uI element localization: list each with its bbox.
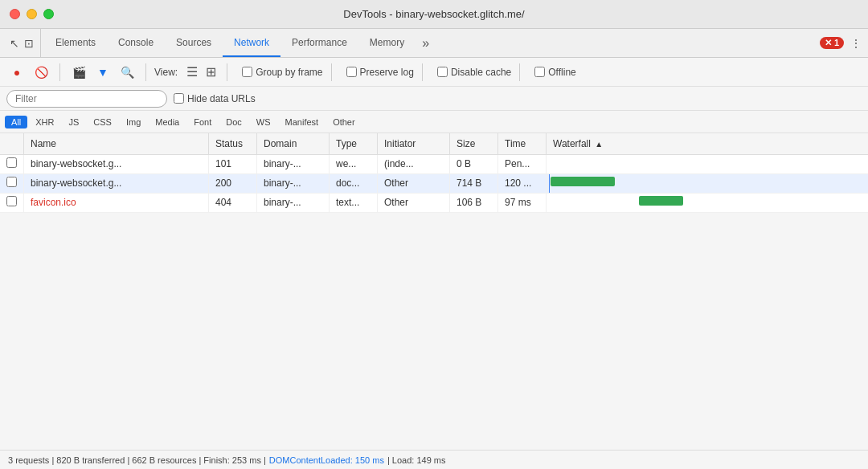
row-checkbox[interactable] (6, 177, 17, 187)
table-row[interactable]: binary-websocket.g...101binary-...we...(… (0, 154, 868, 173)
tab-performance[interactable]: Performance (280, 29, 358, 57)
waterfall-timeline-line (549, 174, 550, 193)
filter-input[interactable] (6, 90, 167, 108)
more-tabs-button[interactable]: » (416, 29, 436, 57)
disable-cache-checkbox[interactable] (437, 67, 448, 77)
hide-data-urls-checkbox[interactable] (174, 93, 184, 104)
type-filter-media[interactable]: Media (149, 116, 186, 128)
tab-memory[interactable]: Memory (358, 29, 416, 57)
preview-view-icon: ⊞ (206, 65, 216, 79)
search-button[interactable]: 🔍 (117, 62, 137, 83)
type-filter-css[interactable]: CSS (87, 116, 118, 128)
cell-initiator: Other (378, 173, 450, 193)
group-by-frame-label[interactable]: Group by frame (256, 67, 322, 78)
screenshot-button[interactable]: 🎬 (68, 62, 89, 83)
type-filter-font[interactable]: Font (187, 116, 218, 128)
header-name[interactable]: Name (24, 133, 209, 154)
offline-group: Offline (534, 67, 575, 78)
row-checkbox[interactable] (6, 196, 17, 206)
table-row[interactable]: binary-websocket.g...200binary-...doc...… (0, 173, 868, 193)
type-filter-doc[interactable]: Doc (219, 116, 248, 128)
toolbar-divider-2 (145, 63, 146, 81)
preserve-log-checkbox[interactable] (346, 67, 357, 77)
filter-bar: Hide data URLs (0, 87, 868, 111)
preserve-log-group: Preserve log (346, 67, 414, 78)
type-filter-manifest[interactable]: Manifest (279, 116, 326, 128)
cell-waterfall (547, 193, 869, 212)
hide-data-urls-label[interactable]: Hide data URLs (187, 93, 256, 104)
error-icon: ✕ (825, 38, 832, 47)
cell-type: we... (330, 154, 378, 173)
toolbar-divider-1 (59, 63, 60, 81)
dom-content-loaded-link[interactable]: DOMContentLoaded: 150 ms (269, 455, 384, 465)
cell-size: 0 B (450, 154, 498, 173)
header-size[interactable]: Size (450, 133, 498, 154)
header-time[interactable]: Time (498, 133, 547, 154)
cell-type: text... (330, 193, 378, 212)
cell-initiator: (inde... (378, 154, 450, 173)
traffic-lights (10, 9, 54, 19)
header-status[interactable]: Status (209, 133, 257, 154)
group-by-frame-checkbox[interactable] (242, 67, 252, 77)
cell-status: 101 (209, 154, 257, 173)
type-filter-all[interactable]: All (5, 116, 27, 128)
type-filter-js[interactable]: JS (62, 116, 85, 128)
clear-button[interactable]: 🚫 (31, 62, 51, 83)
tab-network[interactable]: Network (223, 29, 280, 57)
hide-data-urls-group[interactable]: Hide data URLs (174, 93, 256, 104)
cell-domain: binary-... (257, 154, 330, 173)
cell-domain: binary-... (257, 193, 330, 212)
cell-time: 120 ... (498, 173, 547, 193)
header-waterfall[interactable]: Waterfall ▲ (547, 133, 869, 154)
header-type[interactable]: Type (330, 133, 378, 154)
preserve-log-label[interactable]: Preserve log (360, 67, 414, 78)
table-header-row: Name Status Domain Type Initiator Size T… (0, 133, 868, 154)
device-icon[interactable]: ⊡ (24, 37, 34, 50)
disable-cache-group: Disable cache (437, 67, 511, 78)
cursor-icon[interactable]: ↖ (10, 37, 19, 50)
tab-sources[interactable]: Sources (165, 29, 223, 57)
status-bar: 3 requests | 820 B transferred | 662 B r… (0, 450, 868, 469)
cell-initiator: Other (378, 193, 450, 212)
cell-domain: binary-... (257, 173, 330, 193)
type-filter-xhr[interactable]: XHR (29, 116, 60, 128)
header-domain[interactable]: Domain (257, 133, 330, 154)
group-by-frame-group: Group by frame (242, 67, 322, 78)
close-button[interactable] (10, 9, 20, 19)
cell-waterfall (547, 154, 869, 173)
title-bar: DevTools - binary-websocket.glitch.me/ (0, 0, 868, 29)
offline-checkbox[interactable] (534, 67, 545, 77)
type-filter-img[interactable]: Img (120, 116, 147, 128)
kebab-menu-icon[interactable]: ⋮ (850, 37, 862, 50)
cell-type: doc... (330, 173, 378, 193)
network-table: Name Status Domain Type Initiator Size T… (0, 133, 868, 213)
devtools-icons: ↖ ⊡ (3, 29, 41, 57)
record-icon: ● (14, 66, 20, 79)
maximize-button[interactable] (43, 9, 54, 19)
table-view-icon: ☰ (186, 65, 198, 79)
offline-label[interactable]: Offline (548, 67, 575, 78)
type-filter-other[interactable]: Other (326, 116, 362, 128)
search-icon: 🔍 (121, 66, 134, 79)
record-button[interactable]: ● (6, 62, 27, 83)
type-filter-ws[interactable]: WS (250, 116, 277, 128)
header-initiator[interactable]: Initiator (378, 133, 450, 154)
view-preview-button[interactable]: ⊞ (203, 63, 219, 81)
row-checkbox[interactable] (6, 157, 17, 168)
table-body: binary-websocket.g...101binary-...we...(… (0, 154, 868, 212)
camera-icon: 🎬 (72, 66, 86, 79)
error-badge[interactable]: ✕ 1 (820, 37, 844, 49)
cell-status: 404 (209, 193, 257, 212)
filter-button[interactable]: ▼ (92, 62, 113, 83)
toolbar-divider-5 (422, 63, 423, 81)
network-table-wrapper[interactable]: Name Status Domain Type Initiator Size T… (0, 133, 868, 450)
tab-console[interactable]: Console (107, 29, 165, 57)
table-row[interactable]: favicon.ico404binary-...text...Other106 … (0, 193, 868, 212)
header-checkbox-col (0, 133, 24, 154)
sort-arrow-icon: ▲ (595, 140, 603, 149)
disable-cache-label[interactable]: Disable cache (451, 67, 511, 78)
minimize-button[interactable] (27, 9, 37, 19)
view-table-button[interactable]: ☰ (184, 63, 200, 81)
cell-size: 106 B (450, 193, 498, 212)
tab-elements[interactable]: Elements (44, 29, 107, 57)
